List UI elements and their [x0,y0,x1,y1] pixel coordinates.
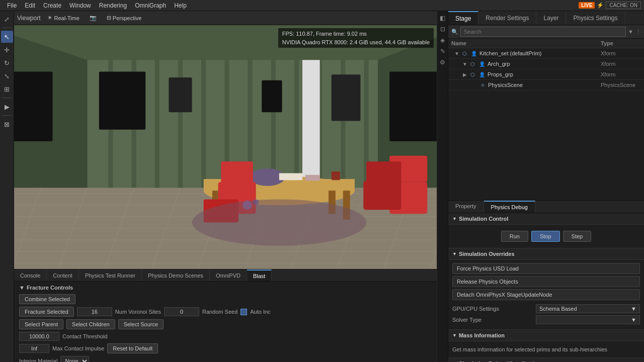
tab-omnipvd[interactable]: OmniPVD [210,269,247,281]
toolbar-separator-3 [2,115,12,116]
menu-omnigraph[interactable]: OmniGraph [131,0,170,11]
auto-inc-label: Auto Inc [250,309,270,315]
mass-info-text: Get mass information for selected prims … [452,344,640,354]
tab-physics-demo[interactable]: Physics Demo Scenes [142,269,210,281]
viewport-toolbar: Viewport ☀ Real-Time 📷 ⊟ Perspective [14,11,437,25]
select-tool-btn[interactable]: ↖ [1,31,13,43]
stage-tab-render[interactable]: Render Settings [478,11,536,25]
solver-type-select[interactable]: ▼ [536,315,640,324]
scene-svg [14,25,437,269]
fps-line1: FPS: 110.87, Frame time: 9.02 ms [282,30,430,38]
rotate-tool-btn[interactable]: ↻ [1,57,13,69]
run-btn[interactable]: Run [501,231,528,242]
svg-rect-37 [332,74,361,121]
release-physics-btn[interactable]: Release Physics Objects [452,276,640,287]
col-name: Name [451,40,601,46]
force-physics-usd-btn[interactable]: Force Physics USD Load [452,263,640,274]
reset-to-default-btn[interactable]: Reset to Default [107,343,158,353]
max-contact-impulse-label: Max Contact Impulse [52,345,104,351]
svg-point-60 [192,199,366,245]
contact-threshold-value-input[interactable] [19,332,59,341]
menu-rendering[interactable]: Rendering [95,0,131,11]
tab-console[interactable]: Console [14,269,47,281]
interior-material-select[interactable]: None [60,356,89,362]
menu-edit[interactable]: Edit [21,0,39,11]
fc-row-select: Select Parent Select Children Select Sou… [19,319,432,329]
step-btn[interactable]: Step [563,231,592,242]
expander-2[interactable]: ▶ [461,72,468,77]
scale-tool-btn[interactable]: ⤡ [1,70,13,82]
snap-btn[interactable]: ⊠ [1,118,13,130]
select-source-btn[interactable]: Select Source [118,319,164,329]
tree-item-arch[interactable]: ▼ ⬡ 👤 Arch_grp Xform [448,59,644,69]
stage-tab-physics[interactable]: Physics Settings [566,11,625,25]
random-seed-checkbox[interactable] [240,309,247,315]
layers-icon[interactable]: ⊡ [438,24,448,34]
panel-tab-property[interactable]: Property [448,201,484,213]
tab-content[interactable]: Content [47,269,79,281]
sim-control-arrow: ▼ [452,216,457,221]
prim-icon-2: 👤 [478,70,486,78]
viewport-label: Viewport [17,15,40,22]
sim-control-buttons: Run Stop Step [452,228,640,245]
prim-icon-0: 👤 [470,49,478,57]
tab-blast[interactable]: Blast [247,269,272,281]
play-btn[interactable]: ▶ [1,101,13,113]
sim-debug-viz-header[interactable]: ▼ Simulation Debug Visualization [448,358,644,362]
fc-row-max-contact: Max Contact Impulse Reset to Default [19,343,432,353]
svg-rect-36 [262,80,282,113]
select-children-btn[interactable]: Select Children [66,319,115,329]
stage-tab-layer[interactable]: Layer [536,11,566,25]
expander-1[interactable]: ▼ [461,61,468,67]
tree-item-props[interactable]: ▶ ⬡ 👤 Props_grp Xform [448,69,644,80]
perspective-btn[interactable]: ⊟ Perspective [104,14,144,22]
search-icon: 🔍 [451,29,458,35]
settings-icon[interactable]: ⚙ [438,57,448,67]
search-input[interactable] [460,27,626,37]
gpu-cpu-select[interactable]: Schema Based ▼ [536,304,640,313]
menu-help[interactable]: Help [170,0,191,11]
fracture-value-input[interactable] [77,307,112,316]
fracture-controls-header: ▼ Fracture Controls [19,285,432,291]
tree-item-physics-scene[interactable]: ⚛ PhysicsScene PhysicsScene [448,80,644,90]
tree-item-type-1: Xform [601,61,641,67]
expander-0[interactable]: ▼ [453,51,460,56]
move-tool-btn[interactable]: ✛ [1,44,13,56]
fracture-selected-btn[interactable]: Fracture Selected [19,307,74,317]
fc-row-combine: Combine Selected [19,294,432,304]
num-voronoi-input[interactable] [164,307,199,316]
sim-control-body: Run Stop Step [448,225,644,248]
menu-create[interactable]: Create [39,0,65,11]
combine-selected-btn[interactable]: Combine Selected [19,294,75,304]
fps-line2: NVIDIA Quadro RTX 8000: 2.4 GiB used, 44… [282,38,430,47]
panel-tab-physics-debug[interactable]: Physics Debug [484,201,535,213]
bottom-panel: Console Content Physics Test Runner Phys… [14,269,437,362]
brush-icon[interactable]: ✎ [438,46,448,56]
random-seed-label: Random Seed [202,309,237,315]
svg-rect-50 [332,171,340,180]
mass-info-header[interactable]: ▼ Mass Information [448,330,644,341]
camera-btn[interactable]: 📷 [87,14,100,22]
solver-type-label: Solver Type [452,317,533,323]
tree-item-kitchen[interactable]: ▼ ⬡ 👤 Kitchen_set (defaultPrim) Xform [448,48,644,59]
detach-omniphysx-btn[interactable]: Detach OmniPhysX StageUpdateNode [452,289,640,300]
options-icon[interactable]: ⋮ [635,29,641,35]
select-parent-btn[interactable]: Select Parent [19,319,63,329]
solver-type-row: Solver Type ▼ [452,315,640,324]
max-contact-value-input[interactable] [19,344,49,353]
sim-overrides-header[interactable]: ▼ Simulation Overrides [448,248,644,260]
stage-icon[interactable]: ◧ [438,13,448,23]
stop-btn[interactable]: Stop [531,231,560,242]
stage-tab-stage[interactable]: Stage [448,11,478,25]
menu-window[interactable]: Window [65,0,95,11]
tab-physics-test[interactable]: Physics Test Runner [79,269,142,281]
fullscreen-btn[interactable]: ⤢ [1,13,13,25]
sim-control-header[interactable]: ▼ Simulation Control [448,213,644,225]
tree-item-type-2: Xform [601,71,641,77]
transform-tool-btn[interactable]: ⊞ [1,83,13,95]
realtime-btn[interactable]: ☀ Real-Time [44,14,82,22]
menu-file[interactable]: File [3,0,21,11]
filter-icon[interactable]: ▼ [628,29,633,35]
viewport-canvas[interactable]: FPS: 110.87, Frame time: 9.02 ms NVIDIA … [14,25,437,269]
material-icon[interactable]: ◈ [438,35,448,45]
